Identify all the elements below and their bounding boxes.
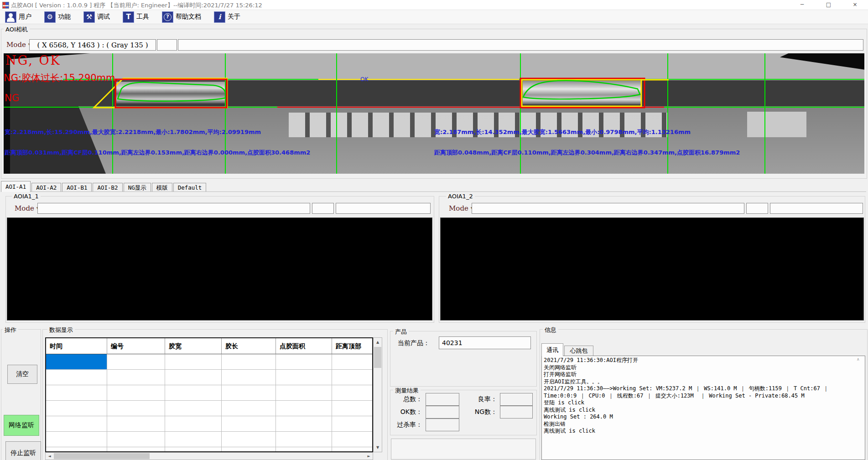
ng-count-label: NG数：: [468, 408, 497, 416]
panel1-mode-dropdown[interactable]: Mode▼: [13, 203, 41, 214]
camera-field-wide[interactable]: [178, 39, 863, 51]
stop-listen-button[interactable]: 停止监听: [5, 441, 41, 460]
horizontal-scroll-thumb[interactable]: [54, 453, 150, 459]
panel1-image-view[interactable]: [7, 217, 432, 320]
col-header-id[interactable]: 编号: [107, 338, 165, 354]
scroll-down-icon[interactable]: ▼: [374, 444, 382, 451]
toolbar-item-help[interactable]: ? 帮助文档: [161, 11, 203, 23]
overlay-left-measure-1: 宽:2.218mm,长:15.290mm,最大胶宽:2.2218mm,最小:1.…: [5, 128, 261, 136]
operation-group-label: 操作: [3, 326, 18, 334]
toolbar-item-debug[interactable]: ⚒ 调试: [82, 11, 111, 23]
yield-label: 良率：: [468, 395, 497, 403]
log-line: 2021/7/29 11:36:30:AOI程序打开: [544, 357, 863, 364]
maximize-button[interactable]: □: [816, 0, 842, 10]
overkill-field[interactable]: [426, 419, 459, 431]
panel2-mode-dropdown[interactable]: Mode▼: [447, 203, 475, 214]
table-row[interactable]: [46, 385, 372, 401]
table-row[interactable]: [46, 401, 372, 416]
app-icon: [2, 2, 9, 9]
panel1-field-1[interactable]: [37, 203, 310, 214]
log-line: 2021/7/29 11:36:30——>Working Set: VM:523…: [544, 385, 863, 393]
col-header-glue-length[interactable]: 胶长: [222, 338, 276, 354]
toolbar-item-about[interactable]: i 关于: [213, 11, 242, 23]
total-field[interactable]: [426, 393, 459, 406]
tab-aoi-a2[interactable]: AOI-A2: [31, 183, 61, 192]
yield-field[interactable]: [500, 393, 533, 406]
col-header-glue-width[interactable]: 胶宽: [165, 338, 222, 354]
product-group-label: 产品: [393, 328, 409, 336]
toolbar-item-function[interactable]: ⚙ 功能: [43, 11, 72, 23]
operation-groupbox: [1, 329, 41, 460]
tab-aoi-a1[interactable]: AOI-A1: [1, 181, 31, 192]
ng-count-field[interactable]: [500, 406, 533, 419]
panel2-field-3[interactable]: [770, 203, 863, 214]
camera-coords-field[interactable]: ( X 6568, Y 1463 ) : ( Gray 135 ): [29, 39, 156, 51]
panel2-label: AOIA1_2: [446, 193, 475, 200]
log-scroll-up-icon[interactable]: ∧: [857, 357, 860, 362]
log-line: 关闭网络监听: [544, 364, 863, 372]
table-header-row: 时间 编号 胶宽 胶长 点胶面积 距离顶部: [46, 338, 372, 354]
col-header-glue-area[interactable]: 点胶面积: [276, 338, 332, 354]
panel1-field-2[interactable]: [312, 203, 334, 214]
gear-icon: ⚙: [44, 11, 56, 23]
panel1-label: AOIA1_1: [12, 193, 41, 200]
camera-mode-dropdown[interactable]: Mode▼: [5, 39, 32, 50]
scroll-left-icon[interactable]: ◄: [46, 453, 53, 460]
tab-heartbeat[interactable]: 心跳包: [564, 346, 593, 356]
tab-default[interactable]: Default: [173, 183, 207, 192]
app-window: 点胶AOI [ Version : 1.0.0.9 ] 程序 【当前用户: En…: [0, 0, 868, 460]
close-button[interactable]: ×: [842, 0, 868, 10]
overlay-left-measure-2: 距离顶部0.031mm,距离CF层0.110mm,距离左边界0.153mm,距离…: [5, 149, 310, 157]
table-vertical-scrollbar[interactable]: ▲ ▼: [373, 337, 382, 452]
log-line: 开启AOI监控工具。。。: [544, 378, 863, 386]
tab-comm[interactable]: 通讯: [541, 343, 563, 356]
toolbar-item-user[interactable]: 用户: [4, 11, 33, 23]
scroll-right-icon[interactable]: ►: [365, 453, 373, 460]
table-row[interactable]: [46, 432, 372, 447]
panel2-field-1[interactable]: [472, 203, 744, 214]
camera-group-label: AOI相机: [4, 26, 30, 34]
camera-field-small[interactable]: [157, 39, 177, 51]
total-label: 总数：: [393, 395, 422, 403]
window-title: 点胶AOI [ Version : 1.0.0.9 ] 程序 【当前用户: En…: [11, 1, 262, 10]
ok-count-field[interactable]: [426, 406, 459, 419]
log-line: 登陆 is click: [544, 399, 863, 407]
col-header-time[interactable]: 时间: [46, 338, 107, 354]
log-line: Working Set : 264.0 M: [544, 413, 863, 421]
comm-log[interactable]: 2021/7/29 11:36:30:AOI程序打开 关闭网络监听 打开网络监听…: [541, 356, 865, 460]
tab-ng-display[interactable]: NG显示: [124, 183, 151, 192]
tab-template[interactable]: 模版: [152, 183, 172, 192]
info-icon: i: [214, 11, 225, 23]
overlay-ng-label: NG: [5, 93, 19, 103]
overlay-right-measure-1: 宽:2.187mm,长:14.352mm,最大胶宽:1.5663mm,最小:0.…: [434, 128, 691, 136]
vertical-scroll-thumb[interactable]: [374, 347, 381, 368]
current-product-field[interactable]: 40231: [439, 336, 531, 349]
table-horizontal-scrollbar[interactable]: ◄ ►: [45, 452, 373, 460]
panel1-field-3[interactable]: [336, 203, 431, 214]
info-group-label: 信息: [543, 326, 558, 334]
table-row[interactable]: [46, 370, 372, 385]
tab-aoi-b1[interactable]: AOI-B1: [62, 183, 92, 192]
col-header-dist-top[interactable]: 距离顶部: [332, 338, 372, 354]
table-row[interactable]: [46, 447, 372, 452]
log-line: 离线测试 is click: [544, 428, 863, 435]
clear-button[interactable]: 清空: [7, 365, 37, 384]
toolbar-item-tools[interactable]: T 工具: [121, 11, 151, 23]
overkill-label: 过杀率：: [390, 421, 422, 429]
tab-aoi-b2[interactable]: AOI-B2: [93, 183, 122, 192]
result-note-box: [391, 439, 536, 460]
camera-image[interactable]: NG, OK NG:胶体过长:15.290mm, NG OK 宽:2.218mm…: [4, 53, 864, 174]
network-listen-button[interactable]: 网络监听: [4, 415, 39, 436]
help-icon: ?: [162, 11, 173, 23]
title-bar: 点胶AOI [ Version : 1.0.0.9 ] 程序 【当前用户: En…: [0, 0, 868, 10]
panel2-image-view[interactable]: [440, 217, 864, 320]
table-row[interactable]: [46, 416, 372, 432]
panel2-field-2[interactable]: [746, 203, 768, 214]
minimize-button[interactable]: ─: [789, 0, 815, 10]
table-row[interactable]: [46, 354, 372, 370]
scroll-up-icon[interactable]: ▲: [374, 338, 382, 346]
user-icon: [5, 11, 16, 23]
overlay-result-text: NG, OK: [5, 53, 61, 67]
selected-cell[interactable]: [46, 354, 107, 370]
overlay-right-measure-2: 距离顶部0.048mm,距离CF层0.110mm,距离左边界0.304mm,距离…: [434, 149, 740, 157]
